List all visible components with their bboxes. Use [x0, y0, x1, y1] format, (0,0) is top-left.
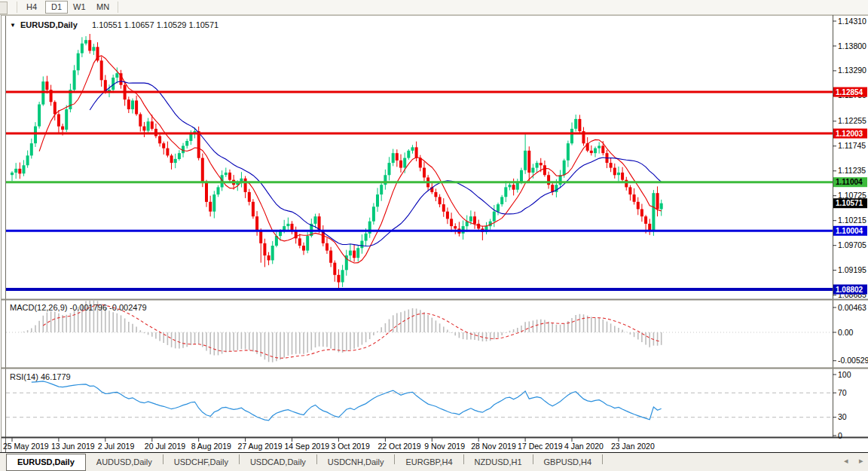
date-axis-label: 25 May 2019	[3, 442, 49, 451]
candle-body	[625, 180, 628, 188]
rsi-label: RSI(14) 46.1779	[10, 372, 71, 381]
chart-dropdown-icon[interactable]: ▼	[10, 22, 16, 29]
candle-body	[520, 170, 523, 182]
candle-body	[590, 151, 593, 153]
candle-body	[225, 173, 228, 175]
tab-scroll-left-icon[interactable]: ◂	[844, 456, 848, 466]
tab-gbpusd-h4[interactable]: GBPUSD,H4	[533, 454, 603, 469]
level-price-tag: 1.12854	[836, 88, 863, 96]
candle-body	[11, 173, 14, 175]
tab-divider	[602, 454, 603, 464]
timeframe-button-h4[interactable]: H4	[21, 1, 42, 14]
candle-body	[423, 168, 426, 178]
rsi-axis-label: 0	[838, 431, 842, 440]
candle-body	[637, 202, 640, 210]
timeframe-button-d1[interactable]: D1	[45, 1, 68, 14]
candle-body	[559, 175, 562, 185]
price-axis[interactable]: 1.143101.138001.132901.127801.122551.117…	[833, 17, 868, 440]
candle-body	[543, 165, 546, 175]
candle-body	[84, 40, 87, 44]
candle-body	[512, 185, 515, 190]
candle-body	[197, 131, 200, 158]
price-axis-label: 1.11745	[838, 141, 866, 150]
date-axis-label: 13 Jun 2019	[51, 442, 95, 451]
candle-body	[57, 115, 60, 127]
candle-body	[360, 241, 363, 249]
tab-eurusd-daily[interactable]: EURUSD,Daily	[6, 454, 86, 471]
candle-body	[396, 153, 399, 161]
candle-body	[450, 219, 453, 226]
candle-body	[267, 255, 270, 261]
candle-body	[53, 102, 57, 114]
candle-body	[252, 202, 255, 216]
tab-eurgbp-h4[interactable]: EURGBP,H4	[395, 454, 463, 469]
candle-body	[434, 192, 437, 197]
candle-body	[248, 192, 251, 202]
toolbar-separator	[17, 2, 17, 13]
candle-body	[617, 173, 620, 175]
candle-body	[306, 236, 309, 250]
candle-body	[516, 182, 519, 190]
candle-body	[162, 143, 165, 148]
level-price-tag: 1.08802	[836, 286, 863, 294]
candle-body	[407, 151, 410, 158]
candle-body	[473, 216, 476, 224]
candle-body	[185, 141, 188, 146]
candle-body	[610, 163, 613, 168]
level-price-tag: 1.10004	[836, 227, 863, 235]
date-axis[interactable]: 25 May 201913 Jun 20192 Jul 201920 Jul 2…	[3, 438, 655, 451]
candle-body	[527, 151, 530, 173]
tab-audusd-daily[interactable]: AUDUSD,Daily	[86, 454, 163, 469]
tab-scroll-right-icon[interactable]: ▸	[859, 456, 863, 466]
rsi-axis-label: 100	[838, 370, 851, 379]
candle-body	[392, 153, 395, 163]
main-price-pane[interactable]	[6, 34, 833, 290]
rsi-axis-label: 30	[838, 412, 847, 421]
tab-nzdusd-h1[interactable]: NZDUSD,H1	[464, 454, 533, 469]
date-axis-label: 2 Jul 2019	[98, 442, 135, 451]
candle-body	[531, 168, 534, 173]
candle-body	[205, 182, 208, 202]
candles-layer	[11, 34, 663, 290]
price-axis-label: 1.13800	[838, 41, 866, 50]
price-axis-label: 1.11235	[838, 166, 866, 175]
date-axis-label: 23 Jan 2020	[611, 442, 655, 451]
candle-body	[601, 146, 604, 154]
candle-body	[504, 187, 507, 197]
candle-body	[613, 168, 616, 176]
candle-body	[399, 161, 402, 168]
macd-axis-label: 0.00	[838, 328, 854, 337]
mt4-chart-window: { "toolbar": { "buttons": [ {"label": "H…	[0, 0, 868, 471]
current-price-tag: 1.10571	[836, 199, 863, 207]
candle-body	[73, 70, 76, 90]
candle-body	[263, 243, 266, 255]
candle-body	[497, 204, 500, 212]
candle-body	[286, 224, 289, 226]
candle-body	[640, 210, 643, 217]
tab-usdcad-daily[interactable]: USDCAD,Daily	[240, 454, 316, 469]
candle-body	[228, 173, 231, 180]
candle-body	[131, 100, 134, 109]
timeframe-button-mn[interactable]: MN	[91, 1, 115, 14]
date-axis-label: 22 Oct 2019	[377, 442, 420, 451]
candle-body	[65, 109, 68, 130]
candle-body	[135, 100, 138, 114]
rsi-pane[interactable]	[6, 381, 833, 421]
candle-body	[403, 158, 406, 168]
candle-body	[454, 226, 457, 228]
price-axis-label: 1.13290	[838, 66, 866, 75]
candle-body	[337, 275, 340, 283]
candle-body	[329, 251, 332, 263]
candle-body	[34, 127, 37, 144]
chart-area[interactable]: 1.143101.138001.132901.127801.122551.117…	[0, 15, 868, 452]
macd-axis-label: -0.00529	[838, 356, 868, 365]
candle-body	[621, 173, 624, 180]
timeframe-button-w1[interactable]: W1	[68, 1, 91, 14]
candle-body	[26, 155, 29, 165]
candle-body	[255, 216, 258, 231]
tab-usdchf-daily[interactable]: USDCHF,Daily	[164, 454, 239, 469]
candle-body	[628, 187, 631, 194]
candle-body	[212, 194, 215, 212]
tab-usdcnh-daily[interactable]: USDCNH,Daily	[317, 454, 395, 469]
candle-body	[314, 216, 317, 224]
